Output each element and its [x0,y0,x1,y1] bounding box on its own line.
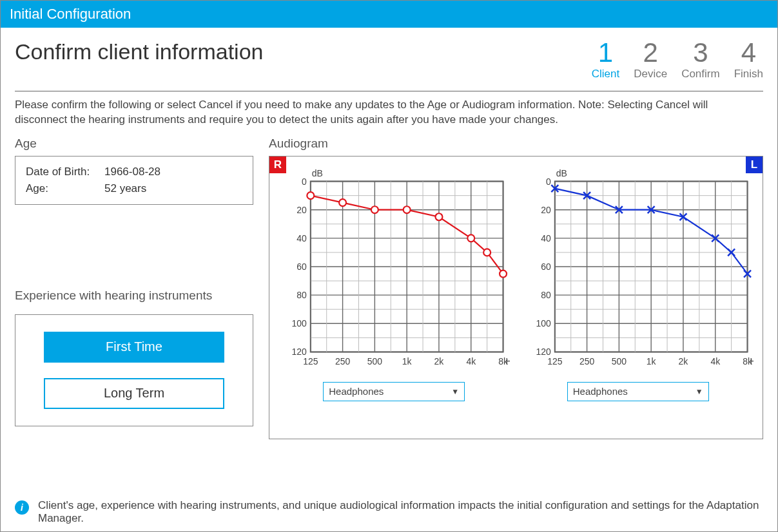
svg-text:80: 80 [541,290,551,300]
left-transducer-value: Headphones [573,386,628,397]
first-time-label: First Time [106,339,162,354]
first-time-button[interactable]: First Time [44,332,224,363]
audiogram-box: R L dB0204060801001201252505001k2k4k8kHz… [269,156,763,439]
right-column: Audiogram R L dB020406080100120125250500… [269,137,763,485]
age-row: Age: 52 years [26,182,242,195]
svg-text:Hz: Hz [750,356,754,366]
step-num: 4 [734,39,763,66]
info-text: Client's age, experience with hearing in… [38,499,763,525]
step-client[interactable]: 1 Client [592,39,619,81]
svg-text:20: 20 [297,205,307,215]
chevron-down-icon: ▼ [695,387,703,396]
audiogram-section-label: Audiogram [269,137,763,151]
svg-point-46 [404,206,411,213]
svg-text:1k: 1k [402,356,412,366]
right-audiogram-chart: dB0204060801001201252505001k2k4k8kHz [278,166,510,372]
step-label: Client [592,68,619,81]
svg-point-45 [371,206,378,213]
step-label: Confirm [681,68,720,81]
svg-text:1k: 1k [646,356,656,366]
left-column: Age Date of Birth: 1966-08-28 Age: 52 ye… [15,137,253,485]
svg-text:4k: 4k [466,356,476,366]
dob-label: Date of Birth: [26,166,97,178]
svg-text:40: 40 [541,233,551,243]
svg-text:60: 60 [541,261,551,272]
svg-point-48 [467,234,474,242]
svg-text:20: 20 [541,205,551,215]
content-columns: Age Date of Birth: 1966-08-28 Age: 52 ye… [15,137,763,485]
svg-point-44 [339,199,346,206]
window-title: Initial Configuration [10,6,131,22]
svg-text:40: 40 [297,233,307,243]
step-label: Device [634,68,667,81]
svg-text:500: 500 [611,356,627,366]
long-term-button[interactable]: Long Term [44,378,224,409]
svg-text:2k: 2k [434,356,444,366]
svg-text:125: 125 [303,356,318,366]
svg-point-47 [435,213,442,220]
age-section-label: Age [15,137,253,151]
step-label: Finish [734,68,763,81]
svg-text:120: 120 [536,347,551,357]
left-audiogram-chart: dB0204060801001201252505001k2k4k8kHz [523,166,754,372]
svg-text:250: 250 [335,356,351,366]
header-row: Confirm client information 1 Client 2 De… [15,39,763,81]
svg-text:60: 60 [297,261,307,272]
svg-text:100: 100 [292,318,307,328]
window-titlebar: Initial Configuration [1,1,777,28]
svg-text:80: 80 [297,290,307,300]
left-ear-badge: L [746,157,763,173]
svg-point-49 [483,249,491,256]
svg-text:120: 120 [292,347,307,357]
instructions-text: Please confirm the following or select C… [15,98,724,128]
svg-text:250: 250 [579,356,594,366]
page-title: Confirm client information [15,39,263,64]
divider [15,91,763,91]
svg-text:dB: dB [556,167,567,178]
age-label: Age: [26,182,97,195]
svg-text:dB: dB [312,167,323,178]
right-transducer-value: Headphones [329,386,384,397]
info-icon: i [15,500,29,515]
wizard-steps: 1 Client 2 Device 3 Confirm 4 Finish [592,39,763,81]
step-device[interactable]: 2 Device [634,39,667,81]
spacer [15,205,253,289]
svg-text:2k: 2k [678,356,688,366]
chevron-down-icon: ▼ [451,387,459,396]
svg-text:4k: 4k [710,356,720,366]
svg-text:0: 0 [546,176,551,186]
step-num: 3 [681,39,720,66]
svg-point-50 [500,270,507,277]
age-box: Date of Birth: 1966-08-28 Age: 52 years [15,156,253,205]
experience-box: First Time Long Term [15,314,253,426]
long-term-label: Long Term [104,386,164,401]
svg-text:125: 125 [547,356,563,366]
svg-text:100: 100 [536,318,551,328]
svg-text:500: 500 [367,356,383,366]
left-audiogram-panel: dB0204060801001201252505001k2k4k8kHz Hea… [523,166,754,426]
step-num: 2 [634,39,667,66]
svg-point-43 [307,192,314,199]
step-num: 1 [592,39,619,66]
right-transducer-select[interactable]: Headphones ▼ [323,382,465,401]
experience-section-label: Experience with hearing instruments [15,289,253,303]
svg-text:Hz: Hz [506,356,510,366]
right-ear-badge: R [269,157,286,173]
window-body: Confirm client information 1 Client 2 De… [1,28,777,531]
left-transducer-select[interactable]: Headphones ▼ [567,382,709,401]
step-finish[interactable]: 4 Finish [734,39,763,81]
dob-row: Date of Birth: 1966-08-28 [26,166,242,178]
info-row: i Client's age, experience with hearing … [15,499,763,525]
dob-value: 1966-08-28 [104,166,160,178]
right-audiogram-panel: dB0204060801001201252505001k2k4k8kHz Hea… [278,166,510,426]
initial-config-window: Initial Configuration Confirm client inf… [0,0,778,532]
step-confirm[interactable]: 3 Confirm [681,39,720,81]
age-value: 52 years [104,182,146,195]
svg-text:0: 0 [302,176,307,186]
